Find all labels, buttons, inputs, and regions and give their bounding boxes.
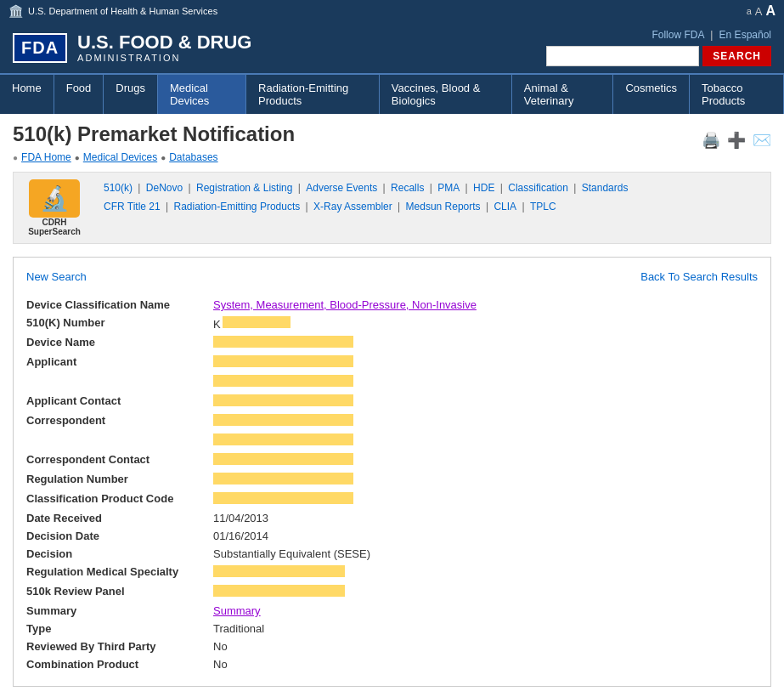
label-applicant: Applicant (26, 355, 213, 370)
content-box: New Search Back To Search Results Device… (13, 257, 771, 687)
font-large[interactable]: A (765, 3, 776, 19)
row-regulation-medical-specialty: Regulation Medical Specialty (26, 563, 758, 582)
row-decision: Decision Substantially Equivalent (SESE) (26, 545, 758, 563)
nav-animal[interactable]: Animal & Veterinary (512, 75, 614, 114)
link-denovo[interactable]: DeNovo (146, 182, 183, 194)
agency-name: U.S. Department of Health & Human Servic… (28, 6, 217, 16)
value-correspondent (213, 414, 353, 428)
link-pma[interactable]: PMA (437, 182, 460, 194)
cdrh-links-row1: 510(k) | DeNovo | Registration & Listing… (101, 179, 630, 198)
row-decision-date: Decision Date 01/16/2014 (26, 527, 758, 545)
nav-tobacco[interactable]: Tobacco Products (690, 75, 784, 114)
summary-link[interactable]: Summary (213, 604, 261, 617)
value-summary: Summary (213, 604, 261, 617)
label-device-classification: Device Classification Name (26, 298, 213, 311)
link-standards[interactable]: Standards (582, 182, 629, 194)
value-classification-product-code (213, 492, 353, 507)
row-510k-number: 510(K) Number K (26, 314, 758, 333)
link-registration[interactable]: Registration & Listing (196, 182, 292, 194)
link-510k[interactable]: 510(k) (104, 182, 133, 194)
search-input[interactable] (546, 46, 699, 66)
cdrh-links-row2: CFR Title 21 | Radiation-Emitting Produc… (101, 198, 630, 217)
row-reviewed-by-third-party: Reviewed By Third Party No (26, 638, 758, 655)
label-regulation-number: Regulation Number (26, 473, 213, 487)
value-applicant (213, 355, 353, 370)
nav-medical-devices[interactable]: Medical Devices (158, 75, 246, 114)
nav-cosmetics[interactable]: Cosmetics (613, 75, 690, 114)
header-right: Follow FDA | En Español SEARCH (546, 29, 771, 66)
font-size-controls: a A A (747, 3, 776, 19)
cdrh-logo: 🔬 CDRHSuperSearch (20, 179, 88, 236)
hhs-flag-icon: 🏛️ (8, 4, 23, 18)
save-icon[interactable]: ➕ (727, 131, 746, 150)
espanol-link[interactable]: En Español (719, 29, 771, 41)
main-nav: Home Food Drugs Medical Devices Radiatio… (0, 73, 784, 114)
link-tplc[interactable]: TPLC (530, 201, 556, 212)
nav-food[interactable]: Food (54, 75, 104, 114)
device-classification-link[interactable]: System, Measurement, Blood-Pressure, Non… (213, 298, 477, 311)
value-510k-number: K (213, 316, 290, 331)
label-combination-product: Combination Product (26, 658, 213, 671)
back-to-results-link[interactable]: Back To Search Results (640, 270, 758, 283)
link-radiation-products[interactable]: Radiation-Emitting Products (174, 201, 301, 212)
label-classification-product-code: Classification Product Code (26, 492, 213, 507)
label-decision: Decision (26, 547, 213, 560)
print-icon[interactable]: 🖨️ (702, 131, 720, 150)
nav-drugs[interactable]: Drugs (104, 75, 158, 114)
font-small[interactable]: a (747, 6, 752, 16)
breadcrumb: ● FDA Home ● Medical Devices ● Databases (13, 151, 295, 163)
header-links: Follow FDA | En Español (651, 29, 771, 41)
detail-table: Device Classification Name System, Measu… (26, 296, 758, 673)
font-med[interactable]: A (755, 5, 763, 18)
row-summary: Summary Summary (26, 602, 758, 620)
link-recalls[interactable]: Recalls (391, 182, 424, 194)
fda-title-main: U.S. FOOD & DRUG (77, 32, 251, 53)
value-device-name (213, 336, 353, 350)
link-classification[interactable]: Classification (508, 182, 568, 194)
label-510k-number: 510(K) Number (26, 316, 213, 331)
value-correspondent-cont (213, 434, 353, 448)
row-device-classification: Device Classification Name System, Measu… (26, 296, 758, 314)
row-correspondent-cont (26, 431, 758, 450)
row-510k-review-panel: 510k Review Panel (26, 582, 758, 602)
link-cfr21[interactable]: CFR Title 21 (104, 201, 161, 212)
follow-fda-link[interactable]: Follow FDA (651, 29, 703, 41)
value-reviewed-by-third-party: No (213, 640, 228, 653)
content-header: New Search Back To Search Results (26, 270, 758, 283)
breadcrumb-fda-home[interactable]: FDA Home (21, 151, 71, 163)
link-medsun[interactable]: Medsun Reports (406, 201, 481, 212)
link-hde[interactable]: HDE (473, 182, 494, 194)
new-search-link[interactable]: New Search (26, 270, 87, 283)
fda-logo: FDA (13, 33, 67, 63)
label-applicant-contact: Applicant Contact (26, 394, 213, 409)
value-applicant-contact (213, 394, 353, 409)
row-device-name: Device Name (26, 333, 758, 353)
link-xray[interactable]: X-Ray Assembler (313, 201, 392, 212)
email-icon[interactable]: ✉️ (753, 131, 771, 150)
row-type: Type Traditional (26, 620, 758, 638)
label-regulation-medical-specialty: Regulation Medical Specialty (26, 565, 213, 580)
search-area: SEARCH (546, 46, 771, 66)
link-adverse-events[interactable]: Adverse Events (306, 182, 377, 194)
site-header: FDA U.S. FOOD & DRUG ADMINISTRATION Foll… (0, 22, 784, 73)
value-device-classification: System, Measurement, Blood-Pressure, Non… (213, 298, 477, 311)
top-bar: 🏛️ U.S. Department of Health & Human Ser… (0, 0, 784, 22)
logo-area: FDA U.S. FOOD & DRUG ADMINISTRATION (13, 32, 251, 63)
label-reviewed-by-third-party: Reviewed By Third Party (26, 640, 213, 653)
nav-radiation[interactable]: Radiation-Emitting Products (246, 75, 380, 114)
value-decision: Substantially Equivalent (SESE) (213, 547, 370, 560)
nav-home[interactable]: Home (0, 75, 54, 114)
label-decision-date: Decision Date (26, 530, 213, 542)
fda-title-sub: ADMINISTRATION (77, 53, 251, 63)
cdrh-icon: 🔬 (29, 179, 80, 218)
breadcrumb-medical-devices[interactable]: Medical Devices (83, 151, 157, 163)
nav-vaccines[interactable]: Vaccines, Blood & Biologics (380, 75, 512, 114)
link-clia[interactable]: CLIA (494, 201, 516, 212)
page-title: 510(k) Premarket Notification (13, 122, 295, 146)
breadcrumb-icon: ● (13, 153, 18, 162)
breadcrumb-databases[interactable]: Databases (169, 151, 217, 163)
row-applicant-cont (26, 372, 758, 392)
label-device-name: Device Name (26, 336, 213, 350)
search-button[interactable]: SEARCH (702, 46, 771, 66)
value-type: Traditional (213, 622, 264, 635)
